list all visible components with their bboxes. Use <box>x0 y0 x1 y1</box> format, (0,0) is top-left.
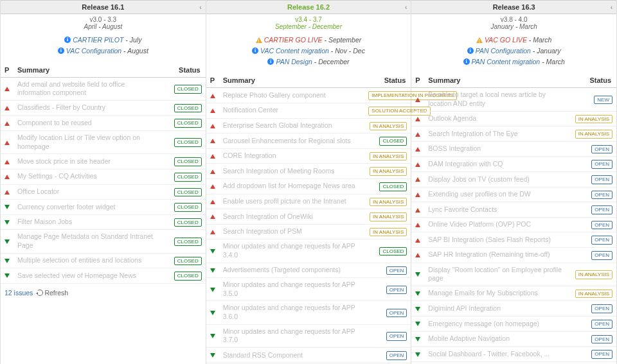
refresh-button[interactable]: Refresh <box>37 289 68 297</box>
collapse-icon[interactable]: ‹ <box>199 4 201 11</box>
column-header-status[interactable]: Status <box>570 73 616 88</box>
table-row[interactable]: Search Integration of Meeting RoomsIN AN… <box>206 164 411 179</box>
summary-cell[interactable]: Search Integration of OneWiki <box>219 209 365 225</box>
summary-cell[interactable]: Lync Favorite Contacts <box>424 202 570 218</box>
summary-cell[interactable]: Classifieds - Filter by Country <box>13 100 159 116</box>
table-row[interactable]: Social Dashboard - Twitter, Facebook, ..… <box>411 347 616 362</box>
table-row[interactable]: Move stock price in site headerCLOSED <box>1 154 206 169</box>
summary-cell[interactable]: Save selected view of Homepage News <box>13 268 159 284</box>
table-row[interactable]: Carousel Enhancements for Regional slots… <box>206 134 411 149</box>
summary-cell[interactable]: Minor updates and change requests for AP… <box>219 278 365 301</box>
summary-cell[interactable]: Search Integration of The Eye <box>424 126 570 142</box>
table-row[interactable]: Extending user profiles on the DWOPEN <box>411 187 616 202</box>
table-row[interactable]: My Settings - CQ ActivitiesCLOSED <box>1 169 206 184</box>
table-row[interactable]: Office LocatorCLOSED <box>1 184 206 200</box>
table-row[interactable]: Lync Favorite ContactsOPEN <box>411 202 616 218</box>
summary-cell[interactable]: Advertisements (Targeted components) <box>219 263 365 278</box>
summary-cell[interactable]: Display "Room location" on Employee prof… <box>424 263 570 286</box>
summary-cell[interactable]: My Settings - CQ Activities <box>13 169 159 184</box>
collapse-icon[interactable]: ‹ <box>611 4 613 11</box>
table-row[interactable]: Component to be reusedCLOSED <box>1 116 206 131</box>
table-row[interactable]: Standard RSS ComponentOPEN <box>206 348 411 363</box>
summary-cell[interactable]: Standard RSS Component <box>219 348 365 363</box>
summary-cell[interactable]: Enable users profil picture on the Intra… <box>219 194 365 209</box>
table-row[interactable]: Minor updates and change requests for AP… <box>206 301 411 324</box>
table-row[interactable]: Display Jobs on TV (custom feed)OPEN <box>411 172 616 187</box>
column-header-p[interactable]: P <box>411 73 424 88</box>
table-row[interactable]: Emergency message (on homepage)OPEN <box>411 316 616 332</box>
column-header-status[interactable]: Status <box>364 73 411 88</box>
table-row[interactable]: Display "Room location" on Employee prof… <box>411 263 616 286</box>
summary-cell[interactable]: Replace Photo Gallery component <box>219 88 365 103</box>
table-row[interactable]: Enable users profil picture on the Intra… <box>206 194 411 209</box>
summary-cell[interactable]: Social Dashboard - Twitter, Facebook, ..… <box>424 347 570 362</box>
summary-cell[interactable]: Display Jobs on TV (custom feed) <box>424 172 570 187</box>
summary-cell[interactable]: Search Integration of Meeting Rooms <box>219 164 365 179</box>
table-row[interactable]: Advertisements (Targeted components)OPEN <box>206 263 411 278</box>
collapse-icon[interactable]: ‹ <box>405 4 407 11</box>
summary-cell[interactable]: Outlook Agenda <box>424 111 570 126</box>
table-row[interactable]: Minor updates and change requests for AP… <box>206 278 411 301</box>
table-row[interactable]: Manage Emails for My SubscriptionsIN ANA… <box>411 286 616 301</box>
table-row[interactable]: Minor updates and change requests for AP… <box>206 239 411 263</box>
summary-cell[interactable]: Manage Emails for My Subscriptions <box>424 286 570 301</box>
summary-cell[interactable]: Minor updates and change requests for AP… <box>219 301 365 324</box>
table-row[interactable]: Search Integration of The EyeIN ANALYSIS <box>411 126 616 142</box>
table-row[interactable]: Multiple selection of entities and locat… <box>1 253 206 268</box>
summary-cell[interactable]: Online Video Platform (OVP) POC <box>424 217 570 232</box>
table-row[interactable]: DAM Integration with CQOPEN <box>411 157 616 172</box>
column-header-status[interactable]: Status <box>159 63 206 78</box>
summary-cell[interactable]: Manage Page Metadata on Standard Intrane… <box>13 230 159 253</box>
table-row[interactable]: Classifieds - Filter by CountryCLOSED <box>1 100 206 116</box>
table-row[interactable]: Add email and website field to office in… <box>1 77 206 100</box>
table-row[interactable]: Minor updates and change requests for AP… <box>206 324 411 347</box>
summary-cell[interactable]: Notification Center <box>219 103 365 118</box>
table-row[interactable]: Add dropdown list for Homepage News area… <box>206 178 411 194</box>
table-row[interactable]: Mobile Adaptive NavigationOPEN <box>411 331 616 347</box>
column-header-summary[interactable]: Summary <box>13 63 159 78</box>
summary-cell[interactable]: Filter Maison Jobs <box>13 214 159 230</box>
summary-cell[interactable]: Minor updates and change requests for AP… <box>219 239 365 263</box>
table-row[interactable]: Online Video Platform (OVP) POCOPEN <box>411 217 616 232</box>
table-row[interactable]: Outlook AgendaIN ANALYSIS <box>411 111 616 126</box>
table-row[interactable]: Notification CenterSOLUTION ACCEPTED <box>206 103 411 118</box>
summary-cell[interactable]: Modify location List or Tile view option… <box>13 131 159 154</box>
table-row[interactable]: SAP BI Integration (Sales Flash Reports)… <box>411 232 616 248</box>
column-header-p[interactable]: P <box>206 73 219 88</box>
summary-cell[interactable]: Social Features (hashtags, mentions, ...… <box>424 361 570 364</box>
table-row[interactable]: SAP HR Integration (Remaining time-off)O… <box>411 248 616 263</box>
table-row[interactable]: Social Features (hashtags, mentions, ...… <box>411 361 616 364</box>
summary-cell[interactable]: Office Locator <box>13 184 159 200</box>
table-row[interactable]: Manage Page Metadata on Standard Intrane… <box>1 230 206 253</box>
issue-count[interactable]: 12 <box>4 289 12 297</box>
column-header-p[interactable]: P <box>1 63 13 78</box>
table-row[interactable]: Search Integration of PSMIN ANALYSIS <box>206 224 411 239</box>
column-header-summary[interactable]: Summary <box>424 73 570 88</box>
table-row[interactable]: Replace Photo Gallery componentIMPLEMENT… <box>206 88 411 103</box>
summary-cell[interactable]: Mobile Adaptive Navigation <box>424 331 570 347</box>
summary-cell[interactable]: Currency converter footer widget <box>13 200 159 215</box>
summary-cell[interactable]: Search Integration of PSM <box>219 224 365 239</box>
summary-cell[interactable]: Emergency message (on homepage) <box>424 316 570 332</box>
summary-cell[interactable]: Minor updates and change requests for AP… <box>219 324 365 347</box>
summary-cell[interactable]: Add dropdown list for Homepage News area <box>219 178 365 194</box>
summary-cell[interactable]: Carousel Enhancements for Regional slots <box>219 134 365 149</box>
summary-cell[interactable]: Be able to target a local news article b… <box>424 88 570 111</box>
table-row[interactable]: Modify location List or Tile view option… <box>1 131 206 154</box>
summary-cell[interactable]: Move stock price in site header <box>13 154 159 169</box>
table-row[interactable]: Currency converter footer widgetCLOSED <box>1 200 206 215</box>
summary-cell[interactable]: Digimind API Integration <box>424 301 570 316</box>
table-row[interactable]: CORE IntegrationIN ANALYSIS <box>206 148 411 164</box>
summary-cell[interactable]: Component to be reused <box>13 116 159 131</box>
table-row[interactable]: BOSS IntegrationOPEN <box>411 141 616 157</box>
summary-cell[interactable]: CORE Integration <box>219 148 365 164</box>
summary-cell[interactable]: Multiple selection of entities and locat… <box>13 253 159 268</box>
summary-cell[interactable]: SAP HR Integration (Remaining time-off) <box>424 248 570 263</box>
table-row[interactable]: Search Integration of OneWikiIN ANALYSIS <box>206 209 411 225</box>
table-row[interactable]: Enterprise Search Global IntegrationIN A… <box>206 118 411 134</box>
summary-cell[interactable]: SAP BI Integration (Sales Flash Reports) <box>424 232 570 248</box>
summary-cell[interactable]: DAM Integration with CQ <box>424 157 570 172</box>
summary-cell[interactable]: Extending user profiles on the DW <box>424 187 570 202</box>
table-row[interactable]: Save selected view of Homepage NewsCLOSE… <box>1 268 206 284</box>
summary-cell[interactable]: BOSS Integration <box>424 141 570 157</box>
